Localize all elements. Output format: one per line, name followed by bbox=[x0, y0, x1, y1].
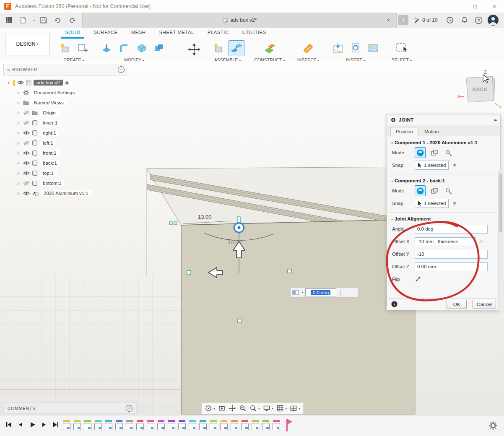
expand-arrow-icon[interactable]: ▷ bbox=[16, 131, 21, 135]
visibility-eye-icon[interactable] bbox=[23, 161, 30, 166]
timeline-marker[interactable] bbox=[145, 420, 156, 430]
redo-icon[interactable] bbox=[67, 15, 78, 26]
timeline-marker[interactable] bbox=[229, 420, 239, 430]
browser-root-row[interactable]: ▾ adv box v2 ◉ bbox=[3, 78, 128, 88]
look-at-icon[interactable] bbox=[217, 405, 226, 412]
mode-motion-icon[interactable] bbox=[443, 186, 453, 196]
combine-icon[interactable] bbox=[152, 41, 167, 56]
timeline-marker[interactable] bbox=[156, 420, 166, 430]
new-tab-button[interactable]: + bbox=[398, 15, 408, 25]
browser-item-label[interactable]: front:1 bbox=[40, 150, 60, 156]
tab-solid[interactable]: SOLID bbox=[61, 28, 84, 39]
canvas-icon[interactable] bbox=[366, 41, 381, 56]
chevron-down-icon[interactable]: ▾ bbox=[33, 18, 35, 22]
display-settings-icon[interactable]: ▾ bbox=[262, 405, 274, 412]
new-component-icon[interactable] bbox=[211, 41, 226, 56]
notifications-bell-icon[interactable] bbox=[459, 15, 470, 26]
minimize-button[interactable]: – bbox=[446, 0, 465, 13]
shell-icon[interactable] bbox=[134, 41, 149, 56]
browser-item-label[interactable]: right:1 bbox=[40, 130, 59, 136]
app-grid-menu-icon[interactable] bbox=[3, 15, 14, 26]
browser-display-toggle-icon[interactable]: − bbox=[118, 66, 125, 73]
back-panel-face[interactable] bbox=[181, 219, 415, 414]
play-icon[interactable] bbox=[28, 420, 37, 429]
version-badge[interactable]: 8 of 10 bbox=[413, 13, 438, 28]
press-pull-icon[interactable] bbox=[99, 41, 114, 56]
tab-close-icon[interactable]: × bbox=[384, 16, 392, 24]
dialog-scrollbar[interactable] bbox=[498, 171, 504, 311]
grid-settings-icon[interactable]: ▾ bbox=[275, 405, 288, 412]
undo-icon[interactable] bbox=[52, 15, 63, 26]
expand-arrow-icon[interactable]: ▷ bbox=[16, 181, 21, 185]
timeline-marker[interactable] bbox=[72, 420, 82, 430]
visibility-eye-icon[interactable] bbox=[23, 171, 30, 176]
timeline-marker[interactable] bbox=[82, 420, 93, 430]
browser-item-label[interactable]: back:1 bbox=[40, 160, 60, 166]
mode-simple-icon[interactable] bbox=[415, 185, 426, 196]
browser-item-label[interactable]: bottom:1 bbox=[40, 180, 65, 186]
root-document-label[interactable]: adv box v2 bbox=[34, 80, 63, 86]
angle-input[interactable]: 0.0 deg bbox=[305, 288, 336, 296]
measure-icon[interactable] bbox=[301, 41, 316, 56]
scrollbar-thumb[interactable] bbox=[499, 174, 502, 232]
timeline-marker[interactable] bbox=[135, 420, 145, 430]
expanded-arrow-icon[interactable]: ▾ bbox=[6, 80, 11, 85]
tab-mesh[interactable]: MESH bbox=[127, 28, 150, 39]
collapse-panel-icon[interactable]: « bbox=[7, 67, 10, 72]
expand-arrow-icon[interactable]: ▷ bbox=[16, 121, 21, 125]
activate-radio-icon[interactable]: ◉ bbox=[65, 80, 69, 86]
timeline-position-marker[interactable] bbox=[285, 419, 293, 432]
timeline-marker[interactable] bbox=[218, 420, 229, 430]
browser-row-right[interactable]: ▷ right:1 bbox=[3, 128, 128, 138]
dock-panel-icon[interactable]: ▸▸ bbox=[494, 118, 496, 122]
component2-header[interactable]: ▾Component 2 - back:1 bbox=[391, 178, 500, 183]
save-icon[interactable] bbox=[38, 15, 49, 26]
move-copy-icon[interactable] bbox=[187, 42, 202, 57]
browser-row-bottom[interactable]: ▷ bottom:1 bbox=[3, 178, 128, 188]
edge-handle[interactable] bbox=[187, 270, 191, 274]
manipulator-display-icon[interactable] bbox=[292, 290, 299, 295]
browser-row-document-settings[interactable]: ▷ Document Settings bbox=[3, 88, 128, 98]
expand-arrow-icon[interactable]: ▷ bbox=[16, 141, 21, 145]
overflow-menu-icon[interactable]: ⋮ bbox=[338, 290, 343, 296]
skip-to-end-icon[interactable] bbox=[51, 420, 60, 429]
pan-icon[interactable] bbox=[228, 405, 237, 412]
angle-field[interactable] bbox=[415, 225, 488, 234]
edge-handle[interactable] bbox=[237, 319, 241, 323]
comments-bar[interactable]: COMMENTS + bbox=[3, 402, 137, 414]
ok-button[interactable]: OK bbox=[447, 300, 467, 309]
expand-arrow-icon[interactable]: ▷ bbox=[16, 101, 21, 105]
browser-item-label[interactable]: left:1 bbox=[40, 140, 56, 146]
orbit-icon[interactable]: ▾ bbox=[204, 405, 216, 412]
edge-handle[interactable] bbox=[288, 269, 291, 273]
fillet-icon[interactable] bbox=[117, 41, 132, 56]
maximize-button[interactable]: □ bbox=[465, 0, 485, 13]
timeline-marker[interactable] bbox=[271, 420, 281, 430]
mode-between-faces-icon[interactable] bbox=[429, 148, 439, 158]
timeline-settings-gear-icon[interactable] bbox=[488, 420, 498, 432]
info-icon[interactable]: i bbox=[391, 301, 397, 307]
browser-row-left[interactable]: ▷ left:1 bbox=[3, 138, 128, 148]
timeline-marker[interactable] bbox=[208, 420, 218, 430]
tab-utilities[interactable]: UTILITIES bbox=[238, 28, 270, 39]
chevron-down-icon[interactable]: ▾ bbox=[302, 291, 304, 294]
timeline-marker[interactable] bbox=[93, 420, 103, 430]
cancel-button[interactable]: Cancel bbox=[473, 300, 496, 309]
browser-row-named-views[interactable]: ▷ Named Views bbox=[3, 98, 128, 108]
tab-position[interactable]: Position bbox=[390, 127, 418, 136]
decal-icon[interactable] bbox=[348, 41, 363, 56]
step-back-icon[interactable] bbox=[16, 420, 25, 429]
browser-item-label[interactable]: top:1 bbox=[40, 170, 57, 176]
offset-y-field[interactable] bbox=[415, 250, 488, 259]
expand-arrow-icon[interactable]: ▷ bbox=[16, 151, 21, 155]
component1-header[interactable]: ▾Component 1 - 2020 Aluminium v1:1 bbox=[391, 140, 500, 145]
browser-row-back[interactable]: ▷ back:1 bbox=[3, 158, 128, 168]
clear-selection-icon[interactable]: × bbox=[453, 200, 456, 206]
component1-snap-selection[interactable]: 1 selected bbox=[415, 161, 449, 170]
viewports-icon[interactable]: ▾ bbox=[289, 405, 301, 412]
select-tool-icon[interactable] bbox=[394, 41, 409, 56]
timeline-marker[interactable] bbox=[166, 420, 177, 430]
clear-selection-icon[interactable]: × bbox=[453, 162, 456, 168]
flip-icon[interactable] bbox=[415, 276, 421, 283]
visibility-eye-icon[interactable] bbox=[23, 120, 30, 125]
